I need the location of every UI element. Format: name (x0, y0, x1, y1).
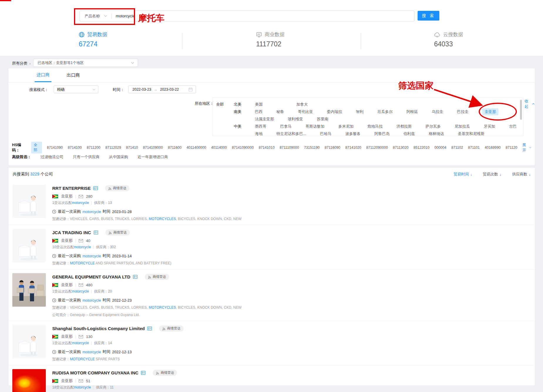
selected-region-dropdown[interactable]: 已选地区：圭亚那等1个地区 (33, 59, 138, 67)
hs-code[interactable]: 85122010 (413, 146, 429, 150)
region-item[interactable]: 苏里南 (317, 116, 328, 122)
region-item[interactable]: 伯利兹 (404, 131, 415, 136)
region-item[interactable]: 波多黎各 (345, 131, 361, 136)
contact-card-icon[interactable] (94, 231, 98, 234)
region-item[interactable]: 格林纳达 (429, 131, 444, 136)
hs-code[interactable]: 73151190 (304, 146, 320, 150)
contact-card-icon[interactable] (147, 327, 152, 330)
search-button[interactable]: 搜 索 (418, 11, 439, 21)
keyword-link[interactable]: motorcycle (72, 201, 89, 205)
region-item[interactable]: 玻利维亚 (288, 116, 303, 122)
company-name[interactable]: RUDISA MOTOR COMPANY GUYANA INC (52, 370, 138, 375)
product-search-bar[interactable]: 产品名称 motorcycle (80, 11, 414, 21)
hs-code[interactable]: 87141010 (259, 146, 275, 150)
region-item[interactable]: 墨西哥 (255, 124, 266, 129)
expand-link[interactable]: 展开 (522, 142, 531, 153)
region-item[interactable]: 秘鲁 (276, 109, 284, 114)
keyword-link[interactable]: motorcycle (83, 254, 101, 258)
region-group[interactable]: 北美 (234, 102, 255, 107)
region-item[interactable]: 特立尼达和多巴... (276, 131, 306, 136)
hs-code[interactable]: 8711109000 (280, 146, 299, 150)
advanced-filter-item[interactable]: 过滤物流公司 (41, 154, 63, 160)
search-mode-select[interactable]: 精确 (54, 85, 98, 93)
date-to[interactable]: 2023-03-22 (160, 87, 179, 92)
company-name[interactable]: RRT ENTERPRISE (52, 186, 91, 191)
radar-badge[interactable]: 商情雷达 (105, 185, 130, 191)
company-thumbnail[interactable] (12, 229, 46, 262)
search-input[interactable]: motorcycle (112, 14, 135, 18)
company-name[interactable]: Shanghai South-Logistics Company Limited (52, 326, 145, 331)
hs-code[interactable]: 871102 (451, 146, 463, 150)
region-item[interactable]: 巴拉圭 (457, 109, 468, 114)
region-item[interactable]: 尼加拉瓜 (455, 124, 470, 129)
hs-code[interactable]: 8714100 (68, 146, 82, 150)
sort-option[interactable]: 供应商数↓ (512, 172, 531, 177)
keyword-link[interactable]: motorcycle (83, 209, 101, 214)
region-item[interactable]: 萨尔瓦多 (426, 124, 441, 129)
radar-badge[interactable]: 商情雷达 (153, 370, 177, 376)
region-item[interactable]: 哥伦比亚 (298, 109, 313, 114)
records-keyword[interactable]: MOTORCYCLE (70, 261, 95, 265)
hs-code[interactable]: 4011400000 (186, 146, 206, 150)
sort-option[interactable]: 贸易时间↓ (454, 172, 473, 177)
region-item[interactable]: 多米尼加 (338, 124, 354, 129)
stat-trade-data[interactable]: 贸易数据 67274 (79, 31, 107, 48)
hs-code[interactable]: 871101 (468, 146, 480, 150)
hs-code[interactable]: 8714109000 (143, 146, 163, 150)
region-item[interactable]: 智利 (356, 109, 364, 114)
contact-card-icon[interactable] (133, 275, 137, 279)
keyword-link[interactable]: motorcycle (72, 341, 89, 345)
advanced-filter-item[interactable]: 从中国采购 (109, 154, 128, 160)
company-card[interactable]: RUDISA MOTOR COMPANY GUYANA INC 商情雷达 (9, 365, 535, 392)
region-item[interactable]: 海地 (255, 131, 263, 136)
region-item[interactable]: 乌拉圭 (432, 109, 443, 114)
company-thumbnail[interactable] (12, 273, 46, 307)
company-thumbnail[interactable] (12, 369, 46, 392)
region-group[interactable]: 南美 (234, 109, 255, 114)
hs-code-all[interactable]: 全部 (31, 142, 42, 153)
region-item[interactable]: 巴哈马 (320, 131, 332, 136)
company-thumbnail[interactable] (12, 185, 46, 218)
hs-code[interactable]: 871120 (506, 146, 517, 150)
region-item[interactable]: 圣基茨和尼维斯 (458, 131, 485, 136)
region-item[interactable]: 法属圭亚那 (255, 116, 274, 122)
region-item[interactable]: 古巴 (509, 124, 517, 129)
stat-cloud-search-data[interactable]: 云搜数据 64033 (434, 31, 463, 48)
keyword-link[interactable]: motorcycle (83, 298, 101, 303)
hs-code[interactable]: 8711600 (168, 146, 182, 150)
search-field-selector[interactable]: 产品名称 (80, 13, 111, 19)
keyword-link[interactable]: motorcycle (74, 385, 91, 389)
company-name[interactable]: GENERAL EQUIPMENT GUYANA LTD (52, 274, 130, 279)
company-card[interactable]: Shanghai South-Logistics Company Limited… (9, 321, 535, 365)
advanced-filter-item[interactable]: 近一年新增进口商 (137, 154, 168, 160)
region-item[interactable]: 委内瑞拉 (327, 109, 342, 114)
contact-card-icon[interactable] (141, 371, 145, 375)
region-item[interactable]: 巴拿马 (280, 124, 292, 129)
company-name[interactable]: JCA TRADING INC (52, 230, 91, 235)
region-item[interactable]: 厄瓜多尔 (377, 109, 393, 114)
date-range-picker[interactable]: 2022-03-23 → 2023-03-22 (128, 85, 196, 93)
all-categories-link[interactable]: 所有分类 (12, 61, 27, 66)
region-item-selected[interactable]: 圭亚那 (482, 108, 498, 115)
keyword-link[interactable]: motorcycle (83, 350, 101, 354)
radar-badge[interactable]: 商情雷达 (145, 274, 169, 280)
records-keyword[interactable]: MOTORCYCLE (70, 357, 95, 361)
keyword-link[interactable]: motorcycle (72, 289, 89, 293)
region-item[interactable]: 阿根廷 (406, 109, 418, 114)
tab-exporter[interactable]: 出口商 (65, 68, 82, 82)
company-card[interactable]: JCA TRADING INC 商情雷达 (9, 225, 535, 269)
region-item[interactable]: 洪都拉斯 (396, 124, 412, 129)
region-group[interactable]: 中美 (234, 124, 255, 129)
hs-code[interactable]: 87141090000 (232, 146, 254, 150)
keyword-link[interactable]: motorcycle (74, 245, 91, 249)
sort-option[interactable]: 贸易次数↓ (483, 172, 502, 177)
hs-code[interactable]: 87112090000 (366, 146, 388, 150)
hs-code[interactable]: 40114000 (211, 146, 227, 150)
stat-business-data[interactable]: 商业数据 1117702 (256, 31, 285, 48)
region-all[interactable]: 全部 (216, 102, 234, 107)
region-item[interactable]: 加拿大 (296, 102, 308, 107)
region-item[interactable]: 美国 (255, 102, 263, 107)
company-thumbnail[interactable] (12, 325, 46, 358)
region-item[interactable]: 牙买加 (484, 124, 495, 129)
hs-code[interactable]: 87113020 (393, 146, 408, 150)
